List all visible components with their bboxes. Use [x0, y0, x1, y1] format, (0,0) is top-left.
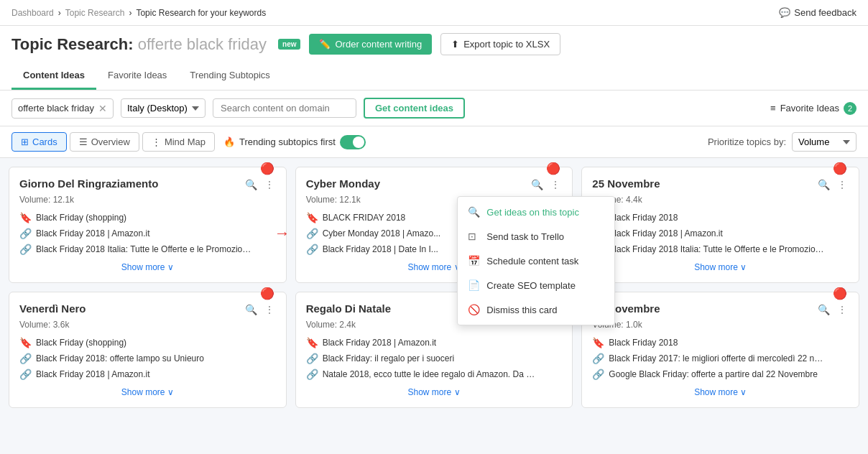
list-item: 🔗Black Friday 2018 Italia: Tutte le Offe…	[19, 244, 276, 255]
context-menu-schedule[interactable]: 📅 Schedule content task	[458, 249, 614, 273]
trello-icon: ⊡	[468, 231, 479, 242]
show-more-button[interactable]: Show more ∨	[592, 262, 849, 272]
favorite-ideas-button[interactable]: ≡ Favorite Ideas 2	[770, 102, 857, 115]
new-badge: new	[278, 39, 300, 50]
card-title: Giorno Del Ringraziamento	[19, 177, 158, 190]
tab-favorite-ideas[interactable]: Favorite Ideas	[96, 62, 178, 90]
main-tabs: Content Ideas Favorite Ideas Trending Su…	[11, 62, 857, 90]
card-venerdi-nero: 🔴 Venerdì Nero 🔍 ⋮ Volume: 3.6k 🔖Black F…	[9, 292, 287, 408]
card-title: 25 Novembre	[592, 177, 660, 190]
card-volume: Volume: 3.6k	[19, 320, 276, 330]
send-feedback-link[interactable]: 💬 Send feedback	[779, 7, 857, 18]
card-search-button[interactable]: 🔍	[244, 302, 259, 317]
list-item: 🔖Black Friday (shopping)	[19, 337, 276, 348]
overview-view-button[interactable]: ☰ Overview	[70, 132, 139, 152]
order-content-button[interactable]: ✏️ Order content writing	[309, 34, 432, 55]
export-icon: ⬆	[451, 39, 459, 50]
dismiss-icon: 🚫	[468, 304, 479, 315]
link-icon: 🔗	[19, 228, 32, 239]
card-search-button[interactable]: 🔍	[244, 177, 259, 192]
list-item: 🔗Black Friday: il regalo per i suoceri	[306, 353, 563, 364]
export-topic-button[interactable]: ⬆ Export topic to XLSX	[440, 33, 560, 55]
arrow-indicator: →	[274, 224, 290, 243]
wikipedia-icon: 🔖	[19, 212, 32, 223]
card-giorno-del-ringraziamento: 🔴 Giorno Del Ringraziamento 🔍 ⋮ Volume: …	[9, 167, 287, 283]
context-menu: 🔍 Get ideas on this topic ⊡ Send task to…	[457, 196, 615, 325]
card-menu-button[interactable]: ⋮	[263, 177, 276, 192]
cards-view-button[interactable]: ⊞ Cards	[11, 132, 67, 152]
domain-search-input[interactable]	[213, 98, 356, 118]
card-cyber-monday: 🔴 Cyber Monday 🔍 ⋮ Volume: 12.1k 🔖BLACK …	[295, 167, 573, 283]
list-icon: ≡	[770, 103, 776, 114]
mindmap-icon: ⋮	[152, 136, 161, 147]
favorite-count-badge: 2	[844, 102, 857, 115]
list-icon: ☰	[79, 136, 88, 147]
card-title: Venerdì Nero	[19, 302, 86, 315]
edit-icon: ✏️	[319, 39, 331, 50]
trending-toggle-switch[interactable]	[340, 135, 366, 149]
link-icon: 🔗	[19, 369, 32, 380]
show-more-button[interactable]: Show more ∨	[19, 387, 276, 397]
list-item: 🔖Black Friday (shopping)	[19, 212, 276, 223]
wikipedia-icon: 🔖	[306, 212, 318, 223]
link-icon: 🔗	[306, 228, 318, 239]
list-item: 🔗Black Friday 2018 Italia: Tutte le Offe…	[592, 244, 849, 255]
prioritize-section: Prioritize topics by: Volume Difficulty …	[708, 132, 857, 152]
tab-trending-subtopics[interactable]: Trending Subtopics	[178, 62, 282, 90]
wikipedia-icon: 🔖	[306, 337, 318, 348]
get-ideas-button[interactable]: Get content ideas	[364, 98, 465, 119]
context-menu-get-ideas[interactable]: 🔍 Get ideas on this topic	[458, 200, 614, 224]
message-icon: 💬	[779, 7, 790, 18]
fire-icon: 🔥	[223, 136, 235, 147]
context-menu-trello[interactable]: ⊡ Send task to Trello	[458, 224, 614, 249]
tab-content-ideas[interactable]: Content Ideas	[11, 62, 96, 90]
list-item: 🔖Black Friday 2018	[592, 212, 849, 223]
list-item: 🔗Natale 2018, ecco tutte le idee regalo …	[306, 369, 563, 380]
card-search-button[interactable]: 🔍	[816, 177, 831, 192]
prioritize-selector[interactable]: Volume Difficulty Efficiency	[792, 132, 857, 152]
list-item: 🔗Black Friday 2018 | Amazon.it	[19, 369, 276, 380]
clear-search-button[interactable]: ✕	[98, 103, 107, 114]
card-search-button[interactable]: 🔍	[530, 177, 545, 192]
breadcrumb-topic-research[interactable]: Topic Research	[65, 8, 125, 18]
show-more-button[interactable]: Show more ∨	[19, 262, 276, 272]
grid-icon: ⊞	[21, 136, 29, 147]
card-volume: Volume: 4.4k	[592, 195, 849, 205]
show-more-button[interactable]: Show more ∨	[306, 387, 563, 397]
link-icon: 🔗	[19, 244, 32, 255]
region-selector[interactable]: Italy (Desktop)	[121, 98, 206, 118]
search-toolbar: offerte black friday ✕ Italy (Desktop) G…	[0, 91, 868, 126]
card-menu-button[interactable]: ⋮	[836, 302, 849, 317]
list-item: 🔖Black Friday 2018	[592, 337, 849, 348]
list-item: 🔗Black Friday 2017: le migliori offerte …	[592, 353, 849, 364]
fire-badge: 🔴	[546, 162, 560, 175]
breadcrumb-dashboard[interactable]: Dashboard	[11, 8, 54, 18]
card-items: 🔖Black Friday (shopping) 🔗Black Friday 2…	[19, 212, 276, 255]
wikipedia-icon: 🔖	[19, 337, 32, 348]
context-menu-seo-template[interactable]: 📄 Create SEO template	[458, 273, 614, 297]
card-items: 🔖Black Friday 2018 🔗Black Friday 2017: l…	[592, 337, 849, 380]
link-icon: 🔗	[592, 353, 604, 364]
breadcrumb: Dashboard › Topic Research › Topic Resea…	[0, 0, 868, 26]
link-icon: 🔗	[306, 369, 318, 380]
show-more-button[interactable]: Show more ∨	[592, 387, 849, 397]
fire-badge: 🔴	[260, 287, 274, 300]
card-25-novembre: 🔴 25 Novembre 🔍 ⋮ Volume: 4.4k 🔖Black Fr…	[581, 167, 859, 283]
card-menu-button[interactable]: ⋮	[836, 177, 849, 192]
card-items: 🔖Black Friday 2018 | Amazon.it 🔗Black Fr…	[306, 337, 563, 380]
view-toolbar: ⊞ Cards ☰ Overview ⋮ Mind Map 🔥 Trending…	[0, 126, 868, 158]
breadcrumb-current: Topic Research for your keywords	[136, 8, 266, 18]
card-title: Regalo Di Natale	[306, 302, 391, 315]
cards-grid: 🔴 Giorno Del Ringraziamento 🔍 ⋮ Volume: …	[0, 158, 868, 417]
card-items: 🔖Black Friday 2018 🔗Black Friday 2018 | …	[592, 212, 849, 255]
search-term-tag: offerte black friday ✕	[11, 98, 114, 119]
mindmap-view-button[interactable]: ⋮ Mind Map	[142, 132, 215, 152]
context-menu-dismiss[interactable]: 🚫 Dismiss this card	[458, 297, 614, 322]
card-title: Cyber Monday	[306, 177, 380, 190]
fire-badge: 🔴	[833, 162, 847, 175]
card-search-button[interactable]: 🔍	[816, 302, 831, 317]
card-menu-button[interactable]: ⋮	[549, 177, 562, 192]
card-volume: Volume: 12.1k	[19, 195, 276, 205]
card-menu-button[interactable]: ⋮	[263, 302, 276, 317]
file-icon: 📄	[468, 279, 479, 291]
